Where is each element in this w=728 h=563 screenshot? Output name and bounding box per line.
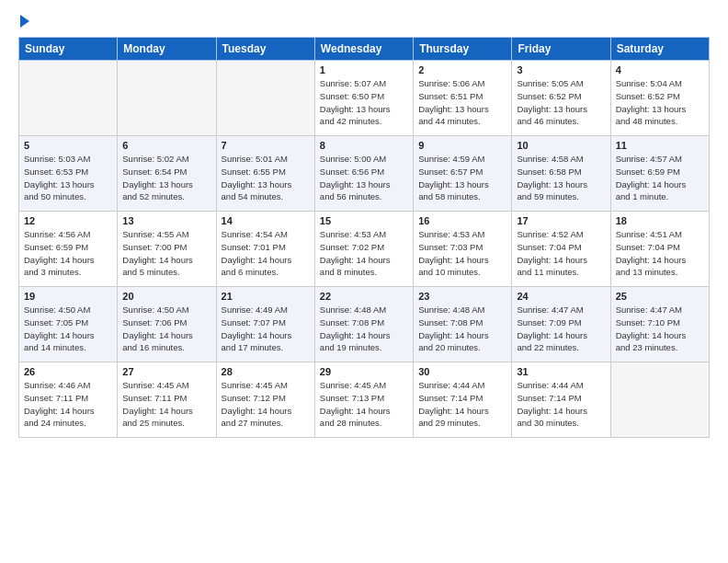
day-number: 3: [517, 64, 605, 75]
calendar-week-1: 1Sunrise: 5:07 AM Sunset: 6:50 PM Daylig…: [19, 61, 710, 136]
weekday-header-sunday: Sunday: [19, 38, 118, 61]
day-info: Sunrise: 4:47 AM Sunset: 7:10 PM Dayligh…: [616, 304, 704, 354]
day-info: Sunrise: 4:45 AM Sunset: 7:13 PM Dayligh…: [320, 379, 408, 430]
day-number: 28: [222, 366, 310, 377]
day-info: Sunrise: 4:46 AM Sunset: 7:11 PM Dayligh…: [24, 379, 112, 430]
calendar-cell: 14Sunrise: 4:54 AM Sunset: 7:01 PM Dayli…: [216, 212, 314, 287]
day-number: 29: [320, 366, 408, 377]
day-number: 7: [222, 140, 310, 151]
day-info: Sunrise: 4:47 AM Sunset: 7:09 PM Dayligh…: [517, 304, 605, 354]
calendar-cell: 26Sunrise: 4:46 AM Sunset: 7:11 PM Dayli…: [19, 362, 118, 438]
day-number: 1: [320, 64, 408, 75]
day-number: 21: [222, 291, 310, 302]
calendar-cell: 16Sunrise: 4:53 AM Sunset: 7:03 PM Dayli…: [414, 212, 512, 287]
calendar-cell: 8Sunrise: 5:00 AM Sunset: 6:56 PM Daylig…: [314, 136, 413, 212]
calendar-cell: [118, 61, 216, 136]
calendar-cell: 30Sunrise: 4:44 AM Sunset: 7:14 PM Dayli…: [414, 362, 512, 438]
calendar-cell: 9Sunrise: 4:59 AM Sunset: 6:57 PM Daylig…: [414, 136, 512, 212]
calendar-cell: 10Sunrise: 4:58 AM Sunset: 6:58 PM Dayli…: [512, 136, 610, 212]
weekday-header-saturday: Saturday: [610, 38, 709, 61]
day-info: Sunrise: 4:50 AM Sunset: 7:05 PM Dayligh…: [24, 304, 112, 354]
day-info: Sunrise: 4:48 AM Sunset: 7:08 PM Dayligh…: [418, 304, 506, 354]
calendar-cell: 29Sunrise: 4:45 AM Sunset: 7:13 PM Dayli…: [314, 362, 413, 438]
weekday-header-tuesday: Tuesday: [216, 38, 314, 61]
day-info: Sunrise: 5:00 AM Sunset: 6:56 PM Dayligh…: [320, 153, 408, 203]
day-info: Sunrise: 4:45 AM Sunset: 7:11 PM Dayligh…: [122, 379, 210, 430]
day-info: Sunrise: 4:45 AM Sunset: 7:12 PM Dayligh…: [222, 379, 310, 430]
calendar-cell: 15Sunrise: 4:53 AM Sunset: 7:02 PM Dayli…: [314, 212, 413, 287]
day-info: Sunrise: 4:55 AM Sunset: 7:00 PM Dayligh…: [122, 228, 210, 279]
logo: [18, 15, 29, 28]
day-number: 14: [222, 215, 310, 226]
day-number: 30: [418, 366, 506, 377]
day-number: 26: [24, 366, 112, 377]
calendar-cell: [19, 61, 118, 136]
calendar-week-3: 12Sunrise: 4:56 AM Sunset: 6:59 PM Dayli…: [19, 212, 710, 287]
weekday-header-monday: Monday: [118, 38, 216, 61]
calendar-cell: 31Sunrise: 4:44 AM Sunset: 7:14 PM Dayli…: [512, 362, 610, 438]
day-number: 17: [517, 215, 605, 226]
day-info: Sunrise: 4:48 AM Sunset: 7:08 PM Dayligh…: [320, 304, 408, 354]
calendar-cell: 22Sunrise: 4:48 AM Sunset: 7:08 PM Dayli…: [314, 287, 413, 362]
day-info: Sunrise: 5:03 AM Sunset: 6:53 PM Dayligh…: [24, 153, 112, 203]
day-number: 19: [24, 291, 112, 302]
calendar-cell: 5Sunrise: 5:03 AM Sunset: 6:53 PM Daylig…: [19, 136, 118, 212]
calendar-cell: 1Sunrise: 5:07 AM Sunset: 6:50 PM Daylig…: [314, 61, 413, 136]
day-info: Sunrise: 5:04 AM Sunset: 6:52 PM Dayligh…: [616, 77, 704, 128]
day-number: 18: [616, 215, 704, 226]
day-number: 20: [122, 291, 210, 302]
day-number: 31: [517, 366, 605, 377]
day-info: Sunrise: 4:53 AM Sunset: 7:02 PM Dayligh…: [320, 228, 408, 279]
day-number: 25: [616, 291, 704, 302]
calendar-week-4: 19Sunrise: 4:50 AM Sunset: 7:05 PM Dayli…: [19, 287, 710, 362]
day-info: Sunrise: 5:01 AM Sunset: 6:55 PM Dayligh…: [222, 153, 310, 203]
day-number: 11: [616, 140, 704, 151]
calendar-cell: 11Sunrise: 4:57 AM Sunset: 6:59 PM Dayli…: [610, 136, 709, 212]
calendar-cell: 17Sunrise: 4:52 AM Sunset: 7:04 PM Dayli…: [512, 212, 610, 287]
calendar-cell: 18Sunrise: 4:51 AM Sunset: 7:04 PM Dayli…: [610, 212, 709, 287]
calendar-cell: 4Sunrise: 5:04 AM Sunset: 6:52 PM Daylig…: [610, 61, 709, 136]
day-info: Sunrise: 5:02 AM Sunset: 6:54 PM Dayligh…: [122, 153, 210, 203]
day-number: 2: [418, 64, 506, 75]
logo-text: [18, 15, 29, 28]
calendar-cell: 3Sunrise: 5:05 AM Sunset: 6:52 PM Daylig…: [512, 61, 610, 136]
day-number: 8: [320, 140, 408, 151]
day-info: Sunrise: 4:56 AM Sunset: 6:59 PM Dayligh…: [24, 228, 112, 279]
day-info: Sunrise: 4:58 AM Sunset: 6:58 PM Dayligh…: [517, 153, 605, 203]
logo-arrow-icon: [20, 15, 29, 28]
calendar-cell: 21Sunrise: 4:49 AM Sunset: 7:07 PM Dayli…: [216, 287, 314, 362]
day-number: 6: [122, 140, 210, 151]
day-number: 24: [517, 291, 605, 302]
calendar: SundayMondayTuesdayWednesdayThursdayFrid…: [18, 37, 710, 438]
day-info: Sunrise: 5:06 AM Sunset: 6:51 PM Dayligh…: [418, 77, 506, 128]
day-info: Sunrise: 4:59 AM Sunset: 6:57 PM Dayligh…: [418, 153, 506, 203]
day-info: Sunrise: 5:07 AM Sunset: 6:50 PM Dayligh…: [320, 77, 408, 128]
day-info: Sunrise: 5:05 AM Sunset: 6:52 PM Dayligh…: [517, 77, 605, 128]
day-number: 5: [24, 140, 112, 151]
day-info: Sunrise: 4:44 AM Sunset: 7:14 PM Dayligh…: [418, 379, 506, 430]
weekday-header-thursday: Thursday: [414, 38, 512, 61]
day-info: Sunrise: 4:44 AM Sunset: 7:14 PM Dayligh…: [517, 379, 605, 430]
calendar-cell: 23Sunrise: 4:48 AM Sunset: 7:08 PM Dayli…: [414, 287, 512, 362]
calendar-header-row: SundayMondayTuesdayWednesdayThursdayFrid…: [19, 38, 710, 61]
day-info: Sunrise: 4:53 AM Sunset: 7:03 PM Dayligh…: [418, 228, 506, 279]
calendar-cell: 19Sunrise: 4:50 AM Sunset: 7:05 PM Dayli…: [19, 287, 118, 362]
calendar-cell: 6Sunrise: 5:02 AM Sunset: 6:54 PM Daylig…: [118, 136, 216, 212]
calendar-week-5: 26Sunrise: 4:46 AM Sunset: 7:11 PM Dayli…: [19, 362, 710, 438]
calendar-cell: 7Sunrise: 5:01 AM Sunset: 6:55 PM Daylig…: [216, 136, 314, 212]
calendar-cell: 24Sunrise: 4:47 AM Sunset: 7:09 PM Dayli…: [512, 287, 610, 362]
calendar-cell: [610, 362, 709, 438]
day-info: Sunrise: 4:57 AM Sunset: 6:59 PM Dayligh…: [616, 153, 704, 203]
day-info: Sunrise: 4:50 AM Sunset: 7:06 PM Dayligh…: [122, 304, 210, 354]
calendar-cell: 28Sunrise: 4:45 AM Sunset: 7:12 PM Dayli…: [216, 362, 314, 438]
calendar-week-2: 5Sunrise: 5:03 AM Sunset: 6:53 PM Daylig…: [19, 136, 710, 212]
calendar-cell: 25Sunrise: 4:47 AM Sunset: 7:10 PM Dayli…: [610, 287, 709, 362]
day-number: 4: [616, 64, 704, 75]
header: [18, 15, 710, 28]
day-info: Sunrise: 4:49 AM Sunset: 7:07 PM Dayligh…: [222, 304, 310, 354]
page: SundayMondayTuesdayWednesdayThursdayFrid…: [0, 0, 728, 563]
calendar-cell: [216, 61, 314, 136]
weekday-header-wednesday: Wednesday: [314, 38, 413, 61]
day-info: Sunrise: 4:54 AM Sunset: 7:01 PM Dayligh…: [222, 228, 310, 279]
day-number: 10: [517, 140, 605, 151]
